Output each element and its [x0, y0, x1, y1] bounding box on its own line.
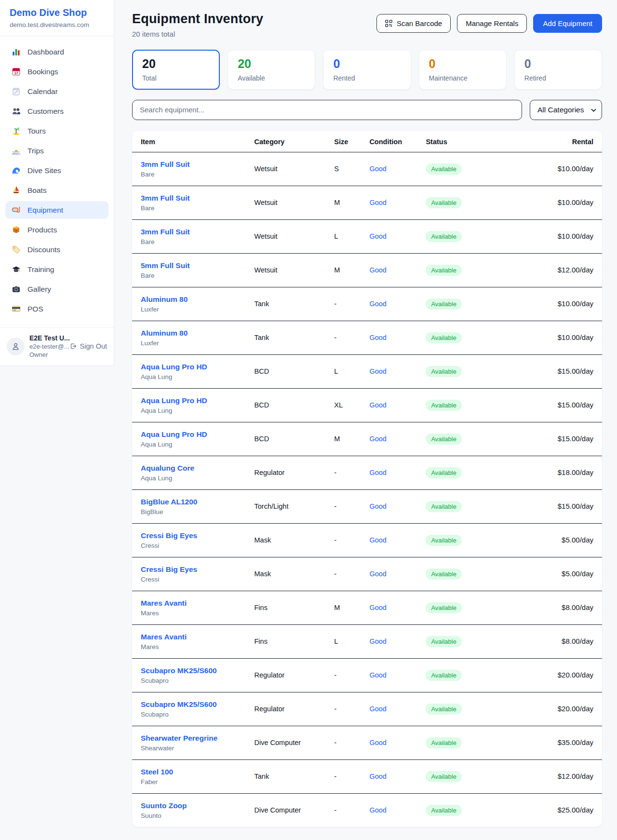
- item-condition-link[interactable]: Good: [369, 232, 386, 240]
- item-rental-rate: $8.00/day: [562, 603, 593, 611]
- user-role: Owner: [29, 351, 65, 358]
- sign-out-button[interactable]: Sign Out: [69, 342, 108, 350]
- item-name-link[interactable]: Aqua Lung Pro HD: [141, 396, 207, 405]
- stat-card-retired[interactable]: 0Retired: [514, 50, 602, 90]
- brand[interactable]: Demo Dive Shop demo.test.divestreams.com: [0, 0, 114, 36]
- camera-icon: [12, 285, 21, 294]
- item-name-link[interactable]: Aluminum 80: [141, 295, 188, 304]
- item-name-link[interactable]: Cressi Big Eyes: [141, 565, 197, 574]
- item-name-link[interactable]: BigBlue AL1200: [141, 498, 197, 506]
- sidebar-item-pos[interactable]: POS: [5, 300, 108, 318]
- table-row: Suunto ZoopSuuntoDive Computer-GoodAvail…: [132, 793, 602, 827]
- item-condition-link[interactable]: Good: [369, 570, 386, 578]
- item-condition-link[interactable]: Good: [369, 300, 386, 308]
- table-row: Aqua Lung Pro HDAqua LungBCDLGoodAvailab…: [132, 354, 602, 388]
- add-equipment-label: Add Equipment: [543, 19, 592, 27]
- item-condition-link[interactable]: Good: [369, 435, 386, 443]
- item-condition-link[interactable]: Good: [369, 334, 386, 341]
- item-name-link[interactable]: Suunto Zoop: [141, 801, 187, 810]
- item-name-link[interactable]: Scubapro MK25/S600: [141, 700, 217, 709]
- item-name-link[interactable]: 5mm Full Suit: [141, 261, 190, 270]
- item-condition-link[interactable]: Good: [369, 604, 386, 611]
- sidebar-item-customers[interactable]: Customers: [5, 102, 108, 120]
- item-condition-link[interactable]: Good: [369, 536, 386, 544]
- main-content: Equipment Inventory 20 items total Scan …: [114, 0, 617, 827]
- item-condition-link[interactable]: Good: [369, 165, 386, 173]
- item-condition-link[interactable]: Good: [369, 199, 386, 206]
- item-condition-link[interactable]: Good: [369, 367, 386, 375]
- sidebar-item-dive-sites[interactable]: Dive Sites: [5, 162, 108, 179]
- category-filter[interactable]: All Categories: [530, 100, 602, 120]
- item-name-link[interactable]: Aqua Lung Pro HD: [141, 363, 207, 371]
- status-badge: Available: [426, 569, 462, 580]
- item-condition-link[interactable]: Good: [369, 772, 386, 780]
- bar-chart-icon: [12, 47, 21, 56]
- stats-row: 20Total20Available0Rented0Maintenance0Re…: [132, 50, 602, 90]
- sidebar-item-calendar[interactable]: Calendar: [5, 82, 108, 100]
- search-input[interactable]: [132, 100, 522, 120]
- item-name-link[interactable]: Mares Avanti: [141, 599, 187, 608]
- sidebar-item-label: Customers: [27, 107, 64, 116]
- item-condition-link[interactable]: Good: [369, 469, 386, 476]
- item-brand: Scubapro: [141, 711, 255, 718]
- item-category: Dive Computer: [255, 793, 335, 827]
- status-badge: Available: [426, 535, 462, 546]
- sidebar-item-equipment[interactable]: Equipment: [5, 201, 108, 219]
- item-category: Fins: [255, 591, 335, 624]
- item-size: -: [334, 456, 369, 489]
- scan-barcode-button[interactable]: Scan Barcode: [376, 14, 451, 33]
- stat-card-available[interactable]: 20Available: [228, 50, 315, 90]
- stat-label-rented: Rented: [333, 74, 401, 82]
- status-badge: Available: [426, 737, 462, 748]
- item-name-link[interactable]: Aqualung Core: [141, 464, 194, 473]
- add-equipment-button[interactable]: Add Equipment: [533, 14, 602, 33]
- sidebar-item-dashboard[interactable]: Dashboard: [5, 43, 108, 61]
- item-condition-link[interactable]: Good: [369, 637, 386, 645]
- table-row: Mares AvantiMaresFinsLGoodAvailable$8.00…: [132, 624, 602, 658]
- sidebar-item-gallery[interactable]: Gallery: [5, 280, 108, 298]
- item-brand: Mares: [141, 643, 255, 650]
- item-category: Wetsuit: [255, 186, 335, 219]
- item-name-link[interactable]: Aluminum 80: [141, 329, 188, 338]
- sidebar-item-bookings[interactable]: 17Bookings: [5, 63, 108, 81]
- item-name-link[interactable]: 3mm Full Suit: [141, 194, 190, 203]
- item-name-link[interactable]: Mares Avanti: [141, 633, 187, 641]
- user-meta: E2E Test U... e2e-tester@... Owner: [29, 334, 65, 358]
- sidebar-item-products[interactable]: Products: [5, 221, 108, 239]
- item-name-link[interactable]: Shearwater Peregrine: [141, 734, 217, 743]
- item-rental-rate: $5.00/day: [562, 536, 593, 544]
- manage-rentals-button[interactable]: Manage Rentals: [457, 14, 527, 33]
- stat-card-maintenance[interactable]: 0Maintenance: [419, 50, 507, 90]
- item-name-link[interactable]: Aqua Lung Pro HD: [141, 430, 207, 439]
- item-brand: Aqua Lung: [141, 441, 255, 448]
- wave-icon: [12, 166, 21, 175]
- item-size: L: [334, 354, 369, 388]
- column-header-status: Status: [426, 131, 508, 152]
- status-badge: Available: [426, 265, 462, 276]
- stat-value-available: 20: [238, 57, 305, 71]
- item-name-link[interactable]: Scubapro MK25/S600: [141, 666, 217, 675]
- item-condition-link[interactable]: Good: [369, 705, 386, 713]
- sidebar-item-discounts[interactable]: Discounts: [5, 241, 108, 258]
- item-condition-link[interactable]: Good: [369, 401, 386, 409]
- item-name-link[interactable]: Cressi Big Eyes: [141, 531, 197, 540]
- item-condition-link[interactable]: Good: [369, 806, 386, 814]
- item-condition-link[interactable]: Good: [369, 671, 386, 679]
- item-rental-rate: $12.00/day: [558, 772, 593, 780]
- item-condition-link[interactable]: Good: [369, 502, 386, 510]
- item-category: BCD: [255, 354, 335, 388]
- sidebar-item-label: Boats: [27, 186, 47, 195]
- stat-card-total[interactable]: 20Total: [132, 50, 220, 90]
- item-name-link[interactable]: 3mm Full Suit: [141, 160, 190, 169]
- item-condition-link[interactable]: Good: [369, 266, 386, 274]
- item-size: XL: [334, 388, 369, 422]
- item-condition-link[interactable]: Good: [369, 739, 386, 746]
- sidebar-item-trips[interactable]: Trips: [5, 142, 108, 160]
- sidebar-item-tours[interactable]: Tours: [5, 122, 108, 140]
- sidebar-item-boats[interactable]: Boats: [5, 181, 108, 199]
- item-size: -: [334, 658, 369, 692]
- item-name-link[interactable]: 3mm Full Suit: [141, 228, 190, 236]
- item-name-link[interactable]: Steel 100: [141, 768, 173, 776]
- stat-card-rented[interactable]: 0Rented: [323, 50, 411, 90]
- sidebar-item-training[interactable]: Training: [5, 260, 108, 278]
